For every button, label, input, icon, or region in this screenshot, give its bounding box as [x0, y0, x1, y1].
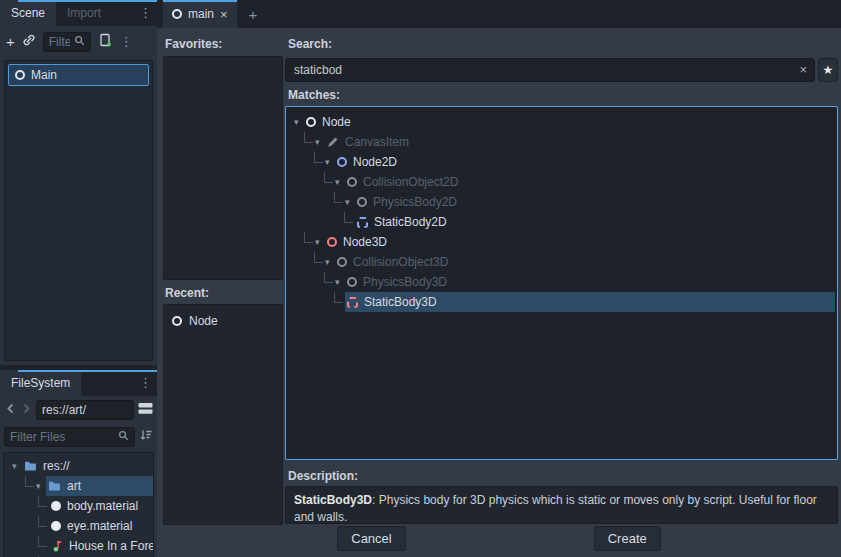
filesystem-menu-icon[interactable]: ⋮: [139, 375, 152, 390]
tree-guide-line: [324, 272, 333, 283]
tab-scene[interactable]: Scene: [0, 0, 56, 26]
tab-import-label: Import: [67, 6, 101, 20]
tree-row-body: CanvasItem: [325, 132, 835, 152]
scene-tab-strip: main × +: [157, 0, 841, 28]
node-icon: [337, 257, 347, 267]
node2d-icon: [337, 157, 347, 167]
search-label: Search:: [288, 37, 332, 51]
tree-row-label: body.material: [67, 499, 138, 513]
tree-row-collisionobject3d[interactable]: ▾CollisionObject3D: [288, 252, 835, 272]
scene-toolbar-menu-icon[interactable]: ⋮: [120, 34, 133, 49]
attach-script-icon[interactable]: [98, 33, 113, 51]
tree-row-house-in-a-forest-lo[interactable]: House In a Forest Lo: [4, 536, 153, 556]
forward-icon[interactable]: [20, 403, 32, 417]
node-icon: [347, 277, 357, 287]
tree-row-canvasitem[interactable]: ▾CanvasItem: [288, 132, 835, 152]
favorites-panel[interactable]: [163, 56, 283, 280]
staticbody3d-icon: [347, 297, 358, 308]
tree-guide-line: [38, 536, 47, 547]
tree-guide-line: [38, 516, 47, 527]
tree-row-label: Node: [322, 115, 351, 129]
add-node-button[interactable]: +: [6, 34, 15, 49]
search-icon: [118, 430, 129, 444]
new-scene-tab-button[interactable]: +: [249, 6, 258, 23]
tree-guide-line: [344, 212, 353, 223]
tree-row-body: CollisionObject2D: [345, 172, 835, 192]
scene-filter-field[interactable]: [49, 35, 70, 49]
filesystem-path-field[interactable]: [42, 403, 128, 417]
tab-filesystem[interactable]: FileSystem: [0, 370, 81, 396]
node-icon: [347, 177, 357, 187]
godot-editor: Scene Import ⋮ + ⋮ Main: [0, 0, 841, 557]
tree-row-staticbody3d[interactable]: StaticBody3D: [288, 292, 835, 312]
clear-search-icon[interactable]: ×: [799, 62, 807, 77]
create-button[interactable]: Create: [594, 526, 661, 551]
scene-tree-row-main[interactable]: Main: [8, 64, 149, 86]
audio-file-icon: [51, 540, 63, 552]
material-icon: [51, 521, 61, 531]
tree-row-res-[interactable]: ▾res://: [4, 456, 153, 476]
chevron-down-icon[interactable]: ▾: [36, 482, 46, 491]
tree-row-body: StaticBody3D: [345, 292, 835, 312]
tree-row-label: Node2D: [353, 155, 397, 169]
chevron-down-icon[interactable]: ▾: [294, 118, 304, 127]
node-search-input[interactable]: ×: [285, 58, 815, 82]
search-icon: [74, 35, 85, 49]
scene-tab-main[interactable]: main ×: [163, 0, 237, 28]
tree-row-label: CollisionObject2D: [363, 175, 458, 189]
filesystem-filter-field[interactable]: [10, 430, 114, 444]
sort-icon[interactable]: [139, 429, 153, 444]
staticbody2d-icon: [357, 217, 368, 228]
chevron-down-icon[interactable]: ▾: [325, 258, 335, 267]
instance-scene-icon[interactable]: [22, 33, 36, 50]
chevron-down-icon[interactable]: ▾: [315, 238, 325, 247]
tree-row-node[interactable]: ▾Node: [288, 112, 835, 132]
chevron-down-icon[interactable]: ▾: [335, 278, 345, 287]
tree-guide-line: [38, 496, 47, 507]
chevron-down-icon[interactable]: ▾: [12, 462, 22, 471]
tree-row-physicsbody2d[interactable]: ▾PhysicsBody2D: [288, 192, 835, 212]
tree-row-body: Node2D: [335, 152, 835, 172]
cancel-button[interactable]: Cancel: [337, 526, 405, 551]
back-icon[interactable]: [4, 403, 16, 417]
tree-row-staticbody2d[interactable]: StaticBody2D: [288, 212, 835, 232]
filesystem-path-input[interactable]: [36, 400, 134, 420]
tree-row-eye-material[interactable]: eye.material: [4, 516, 153, 536]
split-mode-icon[interactable]: [138, 402, 153, 418]
node-search-field[interactable]: [286, 59, 814, 81]
tree-row-node2d[interactable]: ▾Node2D: [288, 152, 835, 172]
node-icon: [306, 117, 316, 127]
tree-row-physicsbody3d[interactable]: ▾PhysicsBody3D: [288, 272, 835, 292]
tab-import[interactable]: Import: [56, 0, 112, 26]
chevron-down-icon[interactable]: ▾: [325, 158, 335, 167]
tree-row-collisionobject2d[interactable]: ▾CollisionObject2D: [288, 172, 835, 192]
tree-guide-line: [314, 252, 323, 263]
tab-scene-label: Scene: [11, 6, 45, 20]
recent-panel: Node: [163, 304, 283, 525]
description-box: StaticBody3D: Physics body for 3D physic…: [285, 486, 838, 524]
folder-icon: [48, 480, 61, 492]
chevron-down-icon[interactable]: ▾: [345, 198, 355, 207]
tree-row-art[interactable]: ▾art: [4, 476, 153, 496]
matches-tree: ▾Node▾CanvasItem▾Node2D▾CollisionObject2…: [285, 106, 838, 460]
tree-row-label: PhysicsBody3D: [363, 275, 447, 289]
chevron-down-icon[interactable]: ▾: [315, 138, 325, 147]
tree-guide-line: [334, 192, 343, 203]
favorite-star-button[interactable]: ★: [818, 58, 838, 82]
filesystem-tabbar: FileSystem ⋮: [0, 370, 157, 396]
tab-filesystem-label: FileSystem: [11, 376, 70, 390]
scene-filter-input[interactable]: [43, 32, 91, 52]
folder-icon: [24, 460, 37, 472]
recent-label: Recent:: [165, 286, 209, 300]
chevron-down-icon[interactable]: ▾: [335, 178, 345, 187]
scene-dock-menu-icon[interactable]: ⋮: [139, 5, 152, 20]
tree-row-body-material[interactable]: body.material: [4, 496, 153, 516]
filesystem-dock: FileSystem ⋮: [0, 370, 157, 557]
tree-row-node3d[interactable]: ▾Node3D: [288, 232, 835, 252]
material-icon: [51, 501, 61, 511]
filesystem-filter-input[interactable]: [4, 427, 135, 447]
recent-item-node[interactable]: Node: [164, 310, 282, 331]
node-icon: [15, 70, 25, 80]
close-icon[interactable]: ×: [220, 7, 228, 22]
tree-guide-line: [304, 232, 313, 243]
